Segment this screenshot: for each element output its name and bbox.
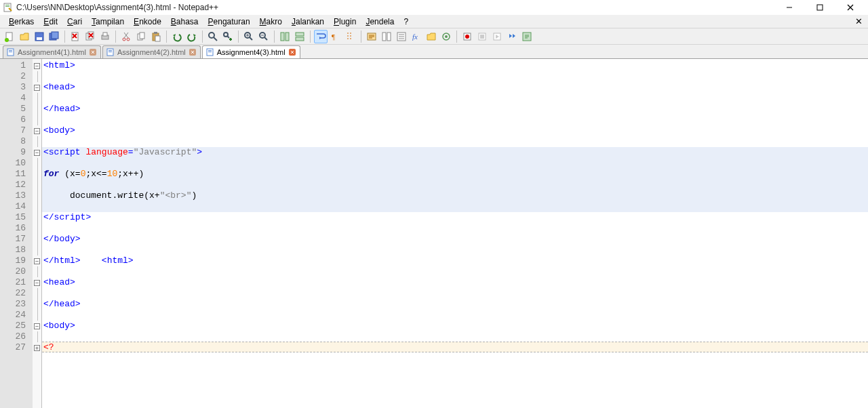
monitor-button[interactable] [439,30,453,43]
line-number: 22 [0,288,33,299]
code-line[interactable] [42,93,868,104]
svg-rect-75 [208,50,212,51]
function-list-button[interactable]: fx [410,30,423,43]
menubar-close-x-icon[interactable]: ✕ [855,16,863,26]
menu-makro[interactable]: Makro [255,16,287,28]
find-button[interactable] [206,30,220,43]
fold-minus-icon[interactable]: − [34,258,40,264]
toolbar-separator [115,30,116,43]
code-line[interactable]: </head> [42,104,868,115]
svg-line-41 [264,37,267,40]
redo-button[interactable] [185,30,199,43]
record-macro-button[interactable] [460,30,474,43]
code-line[interactable] [42,288,868,299]
code-line[interactable] [42,245,868,256]
tab-close-icon[interactable] [89,48,97,56]
fold-minus-icon[interactable]: − [34,85,40,91]
code-line[interactable]: <html> [42,60,868,71]
tab-0[interactable]: Assignment4(1).html [3,45,101,58]
code-line[interactable]: <? [42,342,868,352]
replace-button[interactable] [221,30,235,43]
code-line[interactable]: <body> [42,125,868,136]
folder-view-button[interactable] [425,30,438,43]
fold-row [33,212,41,223]
close-all-button[interactable] [83,30,97,43]
code-line[interactable]: <head> [42,82,868,93]
code-line[interactable]: </head> [42,299,868,310]
code-line[interactable]: <script language="Javascript"> [42,147,868,158]
copy-button[interactable] [134,30,148,43]
fold-plus-icon[interactable]: + [34,345,40,351]
stop-macro-button[interactable] [475,30,489,43]
menu-plugin[interactable]: Plugin [329,16,361,28]
fold-minus-icon[interactable]: − [34,280,40,286]
code-line[interactable] [42,331,868,342]
cut-button[interactable] [119,30,133,43]
menu-jendela[interactable]: Jendela [361,16,399,28]
menu-enkode[interactable]: Enkode [129,16,166,28]
code-line[interactable]: </script> [42,212,868,223]
menu-pengaturan[interactable]: Pengaturan [203,16,255,28]
code-line[interactable] [42,310,868,321]
fold-minus-icon[interactable]: − [34,323,40,329]
tab-2[interactable]: Assignment4(3).html [202,45,300,58]
code-line[interactable] [42,223,868,234]
play-multi-button[interactable] [505,30,519,43]
open-file-button[interactable] [18,30,31,43]
zoom-in-button[interactable] [242,30,256,43]
menu-cari[interactable]: Cari [62,16,87,28]
fold-minus-icon[interactable]: − [34,63,40,69]
doc-list-button[interactable] [395,30,408,43]
toolbar-separator [64,30,65,43]
code-line[interactable]: <head> [42,277,868,288]
minimize-button[interactable] [774,0,804,15]
word-wrap-button[interactable] [314,30,328,43]
svg-line-32 [214,37,217,41]
menu-jalankan[interactable]: Jalankan [287,16,329,28]
code-line[interactable] [42,201,868,212]
code-line[interactable]: <body> [42,321,868,331]
show-all-chars-button[interactable]: ¶ [329,30,342,43]
save-button[interactable] [33,30,46,43]
save-macro-button[interactable] [520,30,534,43]
doc-map-button[interactable] [380,30,393,43]
menu-edit[interactable]: Edit [39,16,62,28]
code-line[interactable]: document.write(x+"<br>") [42,190,868,201]
line-number: 24 [0,310,33,321]
paste-button[interactable] [149,30,163,43]
code-line[interactable]: for (x=0;x<=10;x++) [42,169,868,180]
close-button[interactable] [835,0,865,15]
line-number: 13 [0,190,33,201]
language-udl-button[interactable] [365,30,378,43]
menu-?[interactable]: ? [399,16,413,28]
code-line[interactable]: </body> [42,234,868,245]
fold-minus-icon[interactable]: − [34,150,40,156]
close-file-button[interactable] [68,30,82,43]
tab-1[interactable]: Assignment4(2).html [102,45,201,58]
menu-bahasa[interactable]: Bahasa [166,16,203,28]
code-line[interactable] [42,71,868,82]
sync-vscroll-button[interactable] [278,30,292,43]
play-macro-button[interactable] [490,30,504,43]
code-line[interactable] [42,266,868,277]
zoom-out-button[interactable] [257,30,271,43]
save-all-button[interactable] [47,30,61,43]
maximize-button[interactable] [804,0,835,15]
code-line[interactable] [42,115,868,125]
indent-guide-button[interactable] [344,30,357,43]
new-file-button[interactable] [3,30,16,43]
menu-tampilan[interactable]: Tampilan [87,16,129,28]
code-area[interactable]: <html> <head> </head> <body> <script lan… [42,59,868,408]
tab-close-icon[interactable] [288,48,296,56]
sync-hscroll-button[interactable] [293,30,307,43]
menu-berkas[interactable]: Berkas [4,16,39,28]
print-button[interactable] [98,30,112,43]
code-line[interactable] [42,158,868,169]
tab-close-icon[interactable] [189,48,197,56]
code-line[interactable] [42,136,868,147]
undo-button[interactable] [170,30,184,43]
fold-minus-icon[interactable]: − [34,128,40,134]
line-number: 25 [0,321,33,331]
code-line[interactable]: </html> <html> [42,256,868,266]
code-line[interactable] [42,180,868,190]
